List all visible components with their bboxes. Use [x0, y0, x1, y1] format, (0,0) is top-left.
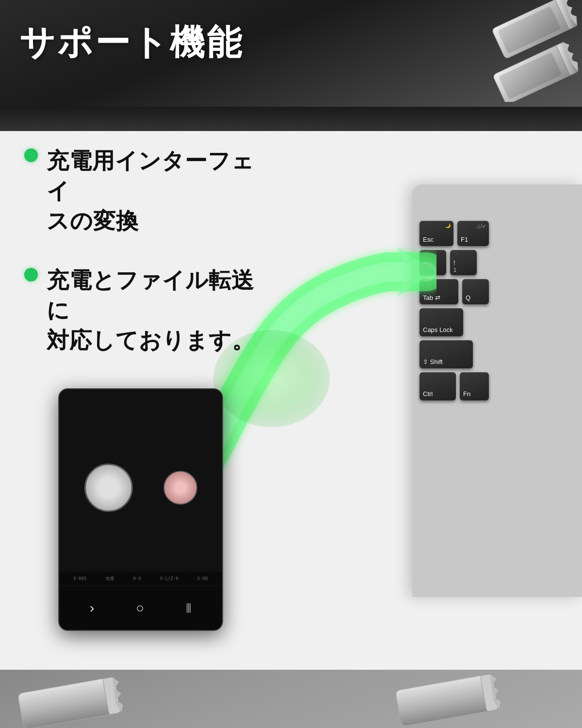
key-label: F1 [461, 236, 468, 244]
key-1: ! 1 [450, 250, 477, 275]
key-row-6: Ctrl Fn [420, 372, 575, 400]
phone-status-bar: X·00S 电量 0·0 X·L/Z·0 X·00 [59, 572, 222, 585]
key-label: ! [453, 259, 455, 267]
feature-item-1: 充電用インターフェイスの変換 [24, 146, 276, 236]
key-row-3: Tab ⇄ Q [420, 279, 575, 304]
usb-connectors-top [451, 0, 582, 102]
status-text-3: 0·0 [133, 576, 141, 581]
text-panel: 充電用インターフェイスの変換 充電とファイル転送に対応しております。 [24, 146, 276, 385]
usbc-top-svg [451, 0, 582, 102]
keyboard-body: Esc 🌙 F1 △/↙ ~ ` ! 1 [412, 184, 582, 597]
middle-section: Esc 🌙 F1 △/↙ ~ ` ! 1 [0, 107, 582, 670]
nav-menu-icon: ⦀ [186, 600, 192, 616]
key-row-4: Caps Lock [420, 308, 575, 336]
nav-home-icon: ○ [136, 600, 144, 616]
key-row-5: ⇧ Shift [420, 340, 575, 368]
page-title: サポート機能 [19, 19, 243, 66]
key-q: Q [462, 279, 489, 304]
key-fn: Fn [460, 372, 489, 400]
bullet-dot-2 [24, 268, 38, 281]
nav-back-icon: › [90, 600, 94, 616]
camera-lens-large [84, 463, 133, 512]
bullet-dot-1 [24, 149, 38, 162]
laptop-edge [0, 107, 582, 131]
phone-screen [59, 389, 222, 586]
bottom-section [0, 670, 582, 728]
feature-text-1: 充電用インターフェイスの変換 [47, 146, 276, 236]
key-sub: △/↙ [477, 223, 486, 229]
phone-device: X·00S 电量 0·0 X·L/Z·0 X·00 › ○ ⦀ [58, 388, 223, 631]
camera-lens-small [163, 471, 197, 505]
phone-nav-bar: › ○ ⦀ [59, 586, 222, 630]
status-text-1: X·00S [74, 576, 87, 581]
status-text-2: 电量 [106, 576, 114, 582]
status-text-5: X·00 [197, 576, 208, 581]
key-f1: F1 △/↙ [457, 221, 489, 246]
key-label: Fn [463, 390, 470, 398]
bottom-usbc-svg [0, 670, 582, 728]
key-row-1: Esc 🌙 F1 △/↙ [420, 221, 575, 246]
key-label: Q [466, 294, 470, 302]
keyboard-panel: Esc 🌙 F1 △/↙ ~ ` ! 1 [412, 184, 582, 597]
feature-text-2: 充電とファイル転送に対応しております。 [47, 265, 276, 355]
top-section: サポート機能 [0, 0, 582, 107]
status-text-4: X·L/Z·0 [160, 576, 178, 581]
feature-item-2: 充電とファイル転送に対応しております。 [24, 265, 276, 355]
key-row-2: ~ ` ! 1 [420, 250, 575, 275]
key-sub: 🌙 [445, 223, 451, 228]
